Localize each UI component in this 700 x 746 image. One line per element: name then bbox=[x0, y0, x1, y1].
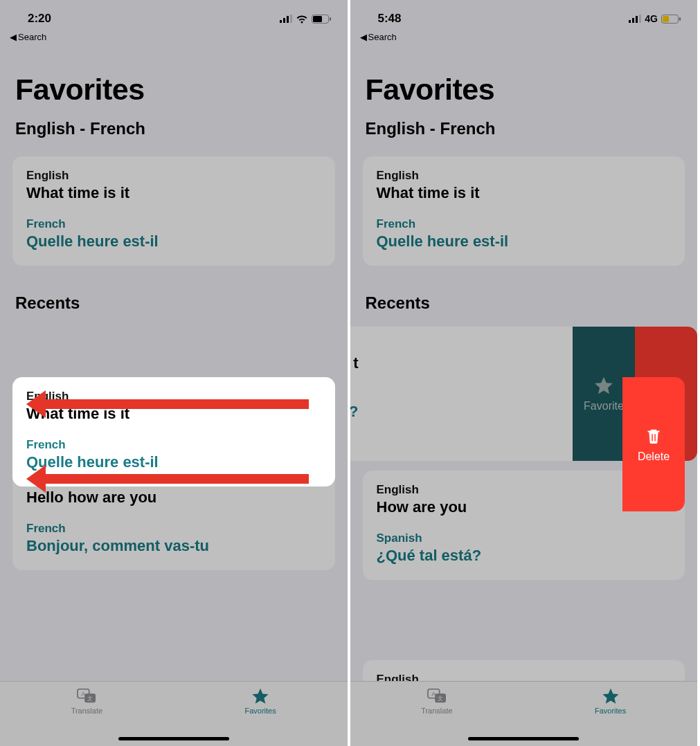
source-language-label: English bbox=[377, 673, 672, 681]
recents-heading: Recents bbox=[366, 293, 685, 313]
back-to-search[interactable]: ◀ Search bbox=[0, 30, 348, 42]
svg-rect-1 bbox=[283, 18, 285, 23]
wifi-icon bbox=[296, 15, 308, 24]
phone-right: 5:48 4G ◀ Search Favorites English - Fre… bbox=[350, 0, 701, 746]
target-text-fragment: ? bbox=[350, 403, 359, 421]
svg-rect-2 bbox=[287, 16, 289, 23]
svg-rect-12 bbox=[632, 18, 634, 23]
chevron-left-icon: ◀ bbox=[360, 32, 367, 42]
svg-rect-16 bbox=[663, 16, 669, 22]
language-pair: English - French bbox=[12, 119, 335, 138]
target-text: Bonjour, comment vas-tu bbox=[26, 537, 321, 555]
star-icon bbox=[250, 687, 271, 705]
swipe-action-label: Delete bbox=[638, 451, 670, 463]
tab-label: Translate bbox=[421, 707, 452, 715]
battery-low-icon bbox=[661, 15, 681, 24]
svg-rect-25 bbox=[654, 434, 656, 441]
source-text: Hello how are you bbox=[26, 489, 321, 507]
language-pair: English - French bbox=[363, 119, 685, 138]
svg-rect-14 bbox=[639, 15, 641, 23]
favorite-card[interactable]: English What time is it French Quelle he… bbox=[12, 156, 335, 266]
page-title: Favorites bbox=[12, 73, 335, 107]
svg-rect-17 bbox=[679, 17, 681, 21]
tab-label: Favorites bbox=[595, 707, 626, 715]
home-indicator[interactable] bbox=[468, 737, 579, 740]
target-language-label: French bbox=[377, 217, 672, 231]
tab-bar: A文 Translate Favorites bbox=[0, 681, 348, 746]
status-bar: 5:48 4G bbox=[350, 0, 698, 30]
target-text: Quelle heure est-il bbox=[377, 233, 672, 251]
source-text: What time is it bbox=[377, 184, 672, 202]
star-icon bbox=[593, 375, 614, 396]
home-indicator[interactable] bbox=[118, 737, 229, 740]
source-language-label: English bbox=[377, 169, 672, 183]
svg-rect-13 bbox=[636, 16, 638, 23]
target-text: ¿Qué tal está? bbox=[377, 547, 672, 565]
tab-bar: A文 Translate Favorites bbox=[350, 681, 698, 746]
chevron-left-icon: ◀ bbox=[10, 32, 17, 42]
delete-highlight[interactable]: Delete bbox=[622, 377, 685, 511]
back-label: Search bbox=[18, 32, 46, 42]
tab-label: Favorites bbox=[245, 707, 276, 715]
swipe-arrow-icon bbox=[26, 473, 309, 485]
target-text: Quelle heure est-il bbox=[26, 453, 321, 471]
phone-left: 2:20 ◀ Search Favorites English - French… bbox=[0, 0, 350, 746]
status-time: 2:20 bbox=[28, 12, 51, 26]
page-title: Favorites bbox=[363, 73, 685, 107]
svg-rect-11 bbox=[629, 20, 631, 23]
favorite-card[interactable]: English What time is it French Quelle he… bbox=[363, 156, 685, 266]
source-text: What time is it bbox=[26, 184, 321, 202]
status-time: 5:48 bbox=[378, 12, 402, 26]
translate-icon: A文 bbox=[76, 687, 97, 705]
svg-rect-24 bbox=[652, 434, 653, 441]
recents-heading: Recents bbox=[15, 293, 335, 313]
swiped-card-content: t ? bbox=[350, 327, 373, 461]
status-right bbox=[280, 15, 331, 24]
swipe-arrow-icon bbox=[26, 398, 309, 410]
network-label: 4G bbox=[645, 13, 658, 24]
highlighted-recent-card[interactable]: English What time is it French Quelle he… bbox=[12, 377, 335, 486]
cellular-icon bbox=[280, 15, 292, 23]
svg-text:文: 文 bbox=[87, 695, 93, 702]
svg-text:文: 文 bbox=[438, 695, 443, 702]
target-language-label: French bbox=[26, 438, 321, 452]
star-icon bbox=[600, 687, 621, 705]
status-right: 4G bbox=[629, 13, 681, 24]
status-bar: 2:20 bbox=[0, 0, 348, 30]
translate-icon: A文 bbox=[427, 687, 447, 705]
source-text-fragment: t bbox=[350, 354, 359, 372]
svg-rect-6 bbox=[330, 17, 331, 21]
tab-label: Translate bbox=[71, 707, 102, 715]
target-language-label: French bbox=[26, 522, 321, 536]
cellular-icon bbox=[629, 15, 641, 23]
back-label: Search bbox=[368, 32, 397, 42]
target-language-label: Spanish bbox=[377, 531, 672, 545]
target-language-label: French bbox=[26, 217, 321, 231]
battery-icon bbox=[312, 15, 331, 24]
svg-rect-5 bbox=[313, 16, 322, 22]
target-text: Quelle heure est-il bbox=[26, 233, 321, 251]
swipe-action-label: Favorite bbox=[584, 400, 624, 412]
trash-icon bbox=[643, 426, 664, 446]
svg-rect-3 bbox=[290, 15, 292, 23]
source-language-label: English bbox=[26, 169, 321, 183]
recent-card-peek[interactable]: English bbox=[363, 660, 685, 681]
svg-rect-0 bbox=[280, 20, 282, 23]
back-to-search[interactable]: ◀ Search bbox=[350, 30, 698, 42]
